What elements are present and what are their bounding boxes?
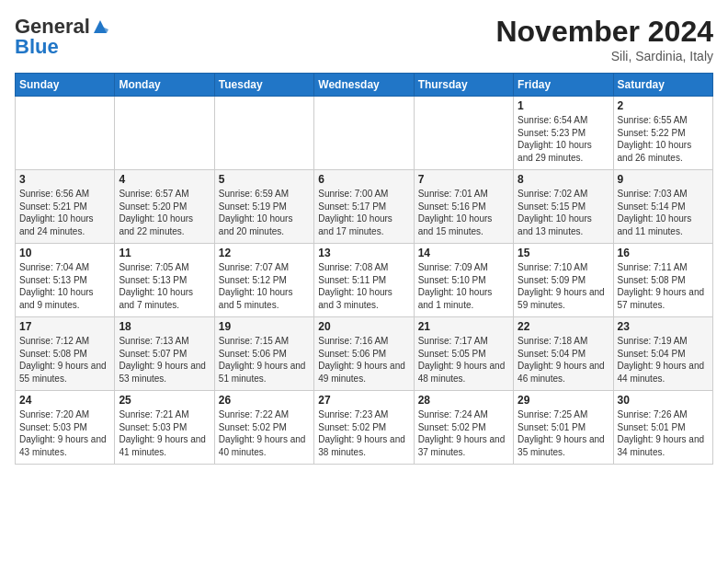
day-number: 27 bbox=[318, 394, 409, 407]
day-info: Sunrise: 7:18 AM Sunset: 5:04 PM Dayligh… bbox=[518, 335, 609, 385]
day-info: Sunrise: 7:17 AM Sunset: 5:05 PM Dayligh… bbox=[418, 335, 509, 385]
day-info: Sunrise: 7:15 AM Sunset: 5:06 PM Dayligh… bbox=[219, 335, 310, 385]
day-info: Sunrise: 7:24 AM Sunset: 5:02 PM Dayligh… bbox=[418, 408, 509, 458]
day-cell bbox=[16, 97, 115, 170]
day-number: 5 bbox=[219, 173, 310, 186]
day-info: Sunrise: 7:05 AM Sunset: 5:13 PM Dayligh… bbox=[119, 261, 210, 311]
day-cell: 18Sunrise: 7:13 AM Sunset: 5:07 PM Dayli… bbox=[115, 317, 214, 391]
day-info: Sunrise: 7:26 AM Sunset: 5:01 PM Dayligh… bbox=[618, 408, 709, 458]
day-info: Sunrise: 7:01 AM Sunset: 5:16 PM Dayligh… bbox=[418, 188, 509, 237]
day-info: Sunrise: 7:09 AM Sunset: 5:10 PM Dayligh… bbox=[418, 261, 509, 311]
day-info: Sunrise: 7:04 AM Sunset: 5:13 PM Dayligh… bbox=[19, 261, 110, 311]
day-info: Sunrise: 7:10 AM Sunset: 5:09 PM Dayligh… bbox=[518, 261, 609, 311]
day-cell: 25Sunrise: 7:21 AM Sunset: 5:03 PM Dayli… bbox=[115, 391, 214, 465]
day-number: 4 bbox=[119, 173, 210, 186]
col-thursday: Thursday bbox=[414, 74, 513, 97]
col-saturday: Saturday bbox=[613, 74, 712, 97]
title-block: November 2024 Sili, Sardinia, Italy bbox=[495, 15, 713, 63]
header: General Blue November 2024 Sili, Sardini… bbox=[15, 15, 713, 63]
day-number: 15 bbox=[518, 247, 609, 259]
day-info: Sunrise: 7:02 AM Sunset: 5:15 PM Dayligh… bbox=[518, 188, 609, 237]
day-cell: 21Sunrise: 7:17 AM Sunset: 5:05 PM Dayli… bbox=[414, 317, 513, 391]
day-cell: 29Sunrise: 7:25 AM Sunset: 5:01 PM Dayli… bbox=[514, 391, 613, 465]
day-cell: 17Sunrise: 7:12 AM Sunset: 5:08 PM Dayli… bbox=[16, 317, 115, 391]
day-cell bbox=[414, 97, 513, 170]
day-info: Sunrise: 7:19 AM Sunset: 5:04 PM Dayligh… bbox=[618, 335, 709, 385]
logo: General Blue bbox=[15, 15, 108, 59]
day-cell: 2Sunrise: 6:55 AM Sunset: 5:22 PM Daylig… bbox=[613, 97, 712, 170]
day-number: 30 bbox=[618, 394, 709, 407]
day-cell: 15Sunrise: 7:10 AM Sunset: 5:09 PM Dayli… bbox=[514, 244, 613, 317]
day-info: Sunrise: 7:08 AM Sunset: 5:11 PM Dayligh… bbox=[318, 261, 409, 311]
day-cell: 10Sunrise: 7:04 AM Sunset: 5:13 PM Dayli… bbox=[16, 244, 115, 317]
col-wednesday: Wednesday bbox=[314, 74, 414, 97]
day-number: 3 bbox=[19, 173, 110, 186]
week-row-4: 17Sunrise: 7:12 AM Sunset: 5:08 PM Dayli… bbox=[16, 317, 713, 391]
day-number: 13 bbox=[318, 247, 409, 259]
day-cell: 24Sunrise: 7:20 AM Sunset: 5:03 PM Dayli… bbox=[16, 391, 115, 465]
day-number: 6 bbox=[318, 173, 409, 186]
page: General Blue November 2024 Sili, Sardini… bbox=[0, 0, 728, 563]
logo-blue: Blue bbox=[15, 35, 59, 59]
location: Sili, Sardinia, Italy bbox=[495, 49, 713, 63]
col-monday: Monday bbox=[115, 74, 214, 97]
day-cell: 27Sunrise: 7:23 AM Sunset: 5:02 PM Dayli… bbox=[314, 391, 414, 465]
day-cell: 4Sunrise: 6:57 AM Sunset: 5:20 PM Daylig… bbox=[115, 170, 214, 244]
day-info: Sunrise: 7:13 AM Sunset: 5:07 PM Dayligh… bbox=[119, 335, 210, 385]
day-cell: 7Sunrise: 7:01 AM Sunset: 5:16 PM Daylig… bbox=[414, 170, 513, 244]
col-friday: Friday bbox=[514, 74, 613, 97]
day-number: 28 bbox=[418, 394, 509, 407]
day-cell bbox=[115, 97, 214, 170]
day-number: 16 bbox=[618, 247, 709, 259]
weekday-row: Sunday Monday Tuesday Wednesday Thursday… bbox=[16, 74, 713, 97]
day-number: 20 bbox=[318, 320, 409, 333]
day-info: Sunrise: 7:22 AM Sunset: 5:02 PM Dayligh… bbox=[219, 408, 310, 458]
calendar: Sunday Monday Tuesday Wednesday Thursday… bbox=[15, 73, 713, 465]
calendar-body: 1Sunrise: 6:54 AM Sunset: 5:23 PM Daylig… bbox=[16, 97, 713, 465]
day-number: 11 bbox=[119, 247, 210, 259]
week-row-1: 1Sunrise: 6:54 AM Sunset: 5:23 PM Daylig… bbox=[16, 97, 713, 170]
week-row-5: 24Sunrise: 7:20 AM Sunset: 5:03 PM Dayli… bbox=[16, 391, 713, 465]
svg-marker-0 bbox=[94, 20, 107, 33]
day-cell: 9Sunrise: 7:03 AM Sunset: 5:14 PM Daylig… bbox=[613, 170, 712, 244]
week-row-2: 3Sunrise: 6:56 AM Sunset: 5:21 PM Daylig… bbox=[16, 170, 713, 244]
day-info: Sunrise: 7:20 AM Sunset: 5:03 PM Dayligh… bbox=[19, 408, 110, 458]
day-info: Sunrise: 7:03 AM Sunset: 5:14 PM Dayligh… bbox=[618, 188, 709, 237]
logo-icon bbox=[92, 18, 108, 35]
day-cell: 1Sunrise: 6:54 AM Sunset: 5:23 PM Daylig… bbox=[514, 97, 613, 170]
day-info: Sunrise: 7:07 AM Sunset: 5:12 PM Dayligh… bbox=[219, 261, 310, 311]
day-cell: 23Sunrise: 7:19 AM Sunset: 5:04 PM Dayli… bbox=[613, 317, 712, 391]
day-number: 9 bbox=[618, 173, 709, 186]
day-number: 8 bbox=[518, 173, 609, 186]
day-cell bbox=[314, 97, 414, 170]
day-number: 17 bbox=[19, 320, 110, 333]
day-cell: 22Sunrise: 7:18 AM Sunset: 5:04 PM Dayli… bbox=[514, 317, 613, 391]
day-cell bbox=[214, 97, 313, 170]
day-cell: 20Sunrise: 7:16 AM Sunset: 5:06 PM Dayli… bbox=[314, 317, 414, 391]
day-cell: 6Sunrise: 7:00 AM Sunset: 5:17 PM Daylig… bbox=[314, 170, 414, 244]
day-info: Sunrise: 6:56 AM Sunset: 5:21 PM Dayligh… bbox=[19, 188, 110, 237]
day-number: 21 bbox=[418, 320, 509, 333]
day-number: 22 bbox=[518, 320, 609, 333]
day-cell: 3Sunrise: 6:56 AM Sunset: 5:21 PM Daylig… bbox=[16, 170, 115, 244]
day-cell: 11Sunrise: 7:05 AM Sunset: 5:13 PM Dayli… bbox=[115, 244, 214, 317]
day-number: 1 bbox=[518, 99, 609, 112]
day-cell: 30Sunrise: 7:26 AM Sunset: 5:01 PM Dayli… bbox=[613, 391, 712, 465]
month-title: November 2024 bbox=[495, 15, 713, 49]
day-info: Sunrise: 7:25 AM Sunset: 5:01 PM Dayligh… bbox=[518, 408, 609, 458]
day-cell: 28Sunrise: 7:24 AM Sunset: 5:02 PM Dayli… bbox=[414, 391, 513, 465]
day-info: Sunrise: 7:11 AM Sunset: 5:08 PM Dayligh… bbox=[618, 261, 709, 311]
day-number: 24 bbox=[19, 394, 110, 407]
day-cell: 12Sunrise: 7:07 AM Sunset: 5:12 PM Dayli… bbox=[214, 244, 313, 317]
day-number: 25 bbox=[119, 394, 210, 407]
day-number: 14 bbox=[418, 247, 509, 259]
day-number: 12 bbox=[219, 247, 310, 259]
day-cell: 19Sunrise: 7:15 AM Sunset: 5:06 PM Dayli… bbox=[214, 317, 313, 391]
day-cell: 14Sunrise: 7:09 AM Sunset: 5:10 PM Dayli… bbox=[414, 244, 513, 317]
day-info: Sunrise: 6:59 AM Sunset: 5:19 PM Dayligh… bbox=[219, 188, 310, 237]
day-number: 19 bbox=[219, 320, 310, 333]
day-info: Sunrise: 7:21 AM Sunset: 5:03 PM Dayligh… bbox=[119, 408, 210, 458]
col-tuesday: Tuesday bbox=[214, 74, 313, 97]
day-info: Sunrise: 6:54 AM Sunset: 5:23 PM Dayligh… bbox=[518, 114, 609, 164]
day-number: 29 bbox=[518, 394, 609, 407]
